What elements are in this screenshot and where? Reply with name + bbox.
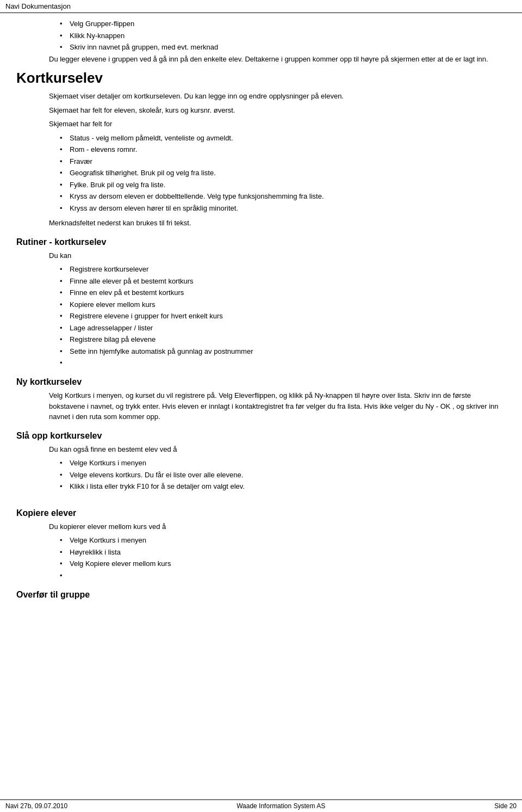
rutiner-item-6: Lage adresselapper / lister	[60, 323, 506, 334]
kopiere-item-3: Velg Kopiere elever mellom kurs	[60, 558, 506, 569]
rutiner-heading: Rutiner - kortkurselev	[16, 237, 506, 247]
kopiere-item-1: Velge Kortkurs i menyen	[60, 535, 506, 546]
ny-kortkurselev-content: Velg Kortkurs i menyen, og kurset du vil…	[16, 390, 506, 422]
merknad-text: Merknadsfeltet nederst kan brukes til fr…	[49, 218, 506, 229]
ny-kortkurselev-section: Ny kortkurselev Velg Kortkurs i menyen, …	[16, 377, 506, 422]
intro-section: Velg Grupper-flippen Klikk Ny-knappen Sk…	[16, 19, 506, 53]
overfore-section: Overfør til gruppe	[16, 590, 506, 600]
rutiner-item-5: Registrere elevene i grupper for hvert e…	[60, 311, 506, 322]
ny-kortkurselev-text: Velg Kortkurs i menyen, og kurset du vil…	[49, 390, 506, 422]
page-footer: Navi 27b, 09.07.2010 Waade Information S…	[0, 799, 522, 812]
rutiner-content: Du kan Registrere kortkurselever Finne a…	[16, 250, 506, 369]
intro-bullet-3: Skriv inn navnet på gruppen, med evt. me…	[60, 42, 506, 53]
kopiere-elever-content: Du kopierer elever mellom kurs ved å Vel…	[16, 521, 506, 581]
field-rom: Rom - elevens romnr.	[60, 144, 506, 155]
kortkurselev-para-3: Skjemaet har felt for	[49, 119, 506, 130]
page-header: Navi Dokumentasjon	[0, 0, 522, 13]
kortkurselev-section: Kortkurselev Skjemaet viser detaljer om …	[16, 70, 506, 229]
rutiner-item-empty	[60, 358, 506, 368]
slaa-opp-section: Slå opp kortkurselev Du kan også finne e…	[16, 431, 506, 492]
slaa-opp-item-2: Velge elevens kortkurs. Du får ei liste …	[60, 470, 506, 481]
intro-bullet-list: Velg Grupper-flippen Klikk Ny-knappen Sk…	[49, 19, 506, 53]
field-fylke: Fylke. Bruk pil og velg fra liste.	[60, 180, 506, 190]
field-geografisk: Geografisk tilhørighet. Bruk pil og velg…	[60, 168, 506, 179]
kortkurselev-fields-list: Status - velg mellom påmeldt, venteliste…	[49, 133, 506, 214]
rutiner-list: Registrere kortkurselever Finne alle ele…	[49, 264, 506, 368]
field-dobbelt: Kryss av dersom eleven er dobbelttellend…	[60, 191, 506, 202]
intro-paragraph-section: Du legger elevene i gruppen ved å gå inn…	[16, 54, 506, 65]
rutiner-item-2: Finne alle elever på et bestemt kortkurs	[60, 276, 506, 287]
rutiner-item-4: Kopiere elever mellom kurs	[60, 299, 506, 310]
header-title: Navi Dokumentasjon	[5, 2, 71, 10]
footer-left: Navi 27b, 09.07.2010	[5, 802, 67, 810]
footer-center: Waade Information System AS	[237, 802, 325, 810]
kopiere-elever-intro: Du kopierer elever mellom kurs ved å	[49, 521, 506, 532]
rutiner-item-3: Finne en elev på et bestemt kortkurs	[60, 287, 506, 298]
rutiner-item-1: Registrere kortkurselever	[60, 264, 506, 275]
kortkurselev-heading: Kortkurselev	[16, 70, 506, 87]
slaa-opp-heading: Slå opp kortkurselev	[16, 431, 506, 441]
rutiner-item-7: Registrere bilag på elevene	[60, 334, 506, 345]
slaa-opp-content: Du kan også finne en bestemt elev ved å …	[16, 444, 506, 492]
intro-bullet-2: Klikk Ny-knappen	[60, 30, 506, 41]
rutiner-item-8: Sette inn hjemfylke automatisk på gunnla…	[60, 346, 506, 357]
kopiere-item-2: Høyreklikk i lista	[60, 547, 506, 558]
kopiere-item-empty	[60, 570, 506, 581]
main-content: Velg Grupper-flippen Klikk Ny-knappen Sk…	[0, 13, 522, 636]
slaa-opp-item-1: Velge Kortkurs i menyen	[60, 458, 506, 469]
field-fravaer: Fravær	[60, 156, 506, 167]
kortkurselev-para-2: Skjemaet har felt for eleven, skoleår, k…	[49, 105, 506, 116]
intro-bullet-1: Velg Grupper-flippen	[60, 19, 506, 29]
kopiere-elever-heading: Kopiere elever	[16, 508, 506, 518]
kopiere-elever-list: Velge Kortkurs i menyen Høyreklikk i lis…	[49, 535, 506, 581]
kopiere-elever-section: Kopiere elever Du kopierer elever mellom…	[16, 508, 506, 581]
field-status: Status - velg mellom påmeldt, venteliste…	[60, 133, 506, 144]
footer-right: Side 20	[494, 802, 517, 810]
ny-kortkurselev-heading: Ny kortkurselev	[16, 377, 506, 387]
rutiner-du-kan: Du kan	[49, 250, 506, 261]
slaa-opp-list: Velge Kortkurs i menyen Velge elevens ko…	[49, 458, 506, 492]
intro-paragraph: Du legger elevene i gruppen ved å gå inn…	[49, 54, 506, 65]
slaa-opp-item-3: Klikk i lista eller trykk F10 for å se d…	[60, 481, 506, 492]
rutiner-section: Rutiner - kortkurselev Du kan Registrere…	[16, 237, 506, 369]
overfore-heading: Overfør til gruppe	[16, 590, 506, 600]
slaa-opp-intro: Du kan også finne en bestemt elev ved å	[49, 444, 506, 455]
kortkurselev-para-1: Skjemaet viser detaljer om kortkurseleve…	[49, 91, 506, 102]
kortkurselev-content: Skjemaet viser detaljer om kortkurseleve…	[16, 91, 506, 229]
field-spraaklig: Kryss av dersom eleven hører til en språ…	[60, 203, 506, 214]
